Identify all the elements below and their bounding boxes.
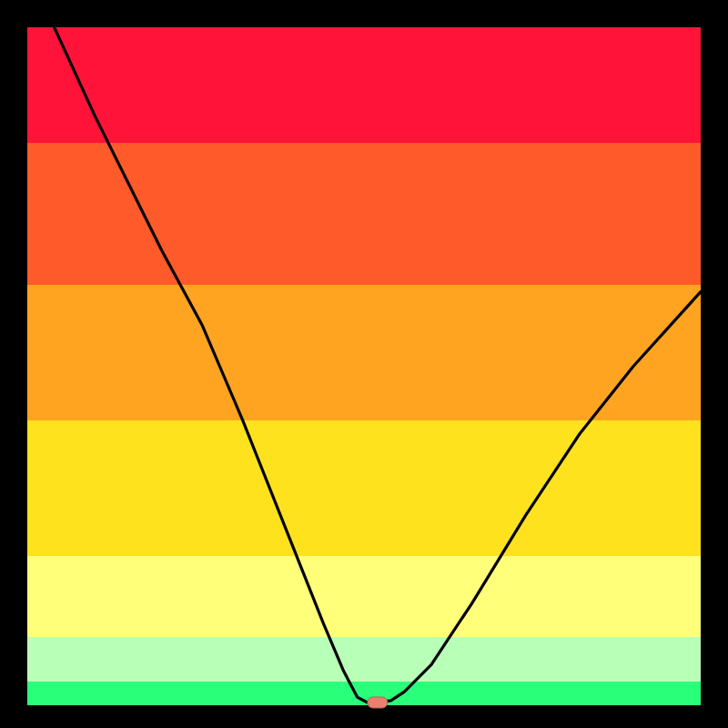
plot-area <box>27 27 701 705</box>
chart-stage: TheBottleneck.com <box>0 0 728 728</box>
optimal-marker <box>368 697 388 708</box>
bottleneck-chart <box>0 0 728 728</box>
